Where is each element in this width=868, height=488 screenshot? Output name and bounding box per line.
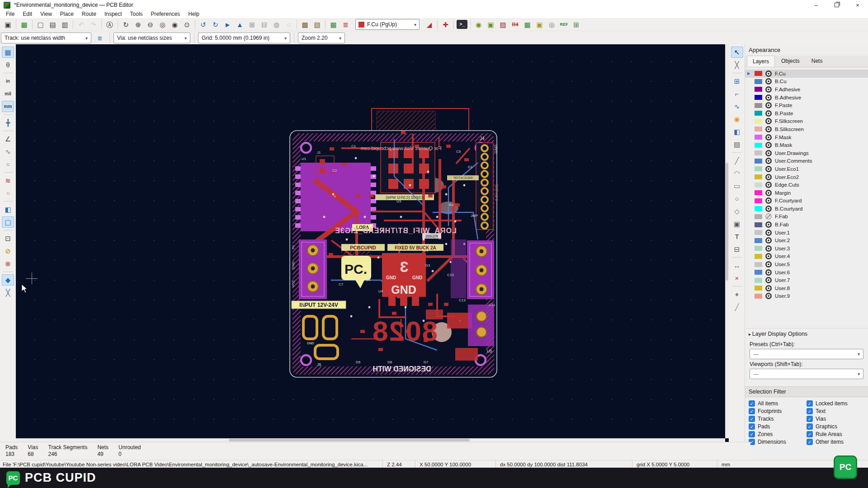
layer-color-swatch[interactable] xyxy=(755,71,762,76)
measure-tool[interactable]: ╱ xyxy=(731,301,743,313)
ungroup-button[interactable]: ⊟ xyxy=(258,19,270,30)
add-text-tool[interactable]: T xyxy=(731,231,743,242)
interactive-router-settings-button[interactable]: ✚ xyxy=(439,19,452,30)
menu-item[interactable]: Help xyxy=(184,11,203,17)
sketch-vias-toggle[interactable]: ⊗ xyxy=(2,258,14,269)
route-tracks-tool[interactable]: ⌐ xyxy=(731,88,743,99)
layer-visibility-eye-icon[interactable] xyxy=(765,293,772,299)
layer-color-swatch[interactable] xyxy=(755,214,762,219)
layer-visibility-eye-icon[interactable] xyxy=(765,213,772,220)
grid-selector[interactable]: Grid: 5.0000 mm (0.1969 in) ▾ xyxy=(198,33,290,43)
layer-color-swatch[interactable] xyxy=(755,278,762,283)
close-button[interactable]: × xyxy=(847,0,868,10)
layer-row[interactable]: B.Adhesive xyxy=(745,94,868,102)
add-zone-tool[interactable]: ◧ xyxy=(731,126,743,137)
references-toggle[interactable]: REF xyxy=(558,19,570,30)
layer-color-swatch[interactable] xyxy=(755,183,762,188)
checkbox-checked-icon[interactable]: ✓ xyxy=(749,408,755,414)
grid-toggle[interactable]: ▦ xyxy=(2,47,14,58)
menu-item[interactable]: Tools xyxy=(126,11,147,17)
scripting-console-button[interactable]: >_ xyxy=(457,20,467,29)
plot-button[interactable]: ▥ xyxy=(59,19,71,30)
layer-color-swatch[interactable] xyxy=(755,79,762,84)
add-rule-area-tool[interactable]: ▨ xyxy=(731,139,743,150)
draw-arc-tool[interactable]: ◠ xyxy=(731,168,743,179)
layer-row[interactable]: User.7 xyxy=(745,276,868,284)
rotate-ccw-button[interactable]: ↺ xyxy=(197,19,209,30)
layer-color-swatch[interactable] xyxy=(755,119,762,124)
layer-row[interactable]: F.Silkscreen xyxy=(745,117,868,126)
layer-color-swatch[interactable] xyxy=(755,286,762,291)
ratsnest-curved-toggle[interactable]: ∿ xyxy=(2,146,14,157)
layer-row[interactable]: User.5 xyxy=(745,260,868,268)
layer-row[interactable]: B.Mask xyxy=(745,141,868,149)
checkbox-checked-icon[interactable]: ✓ xyxy=(807,439,813,445)
units-mm-toggle[interactable]: mm xyxy=(2,101,14,112)
layer-visibility-eye-icon[interactable] xyxy=(765,78,772,84)
find-button[interactable]: Ⓐ xyxy=(104,19,116,30)
layer-visibility-eye-icon[interactable] xyxy=(765,253,772,259)
layer-row[interactable]: F.Paste xyxy=(745,101,868,109)
selection-filter-item[interactable]: ✓ Pads xyxy=(749,423,807,430)
track-display-toggle[interactable]: ▨ xyxy=(497,19,509,30)
checkbox-checked-icon[interactable]: ✓ xyxy=(807,416,813,422)
layer-visibility-eye-icon[interactable] xyxy=(765,182,772,188)
appearance-tab[interactable]: Objects xyxy=(776,56,805,67)
appearance-tab[interactable]: Nets xyxy=(806,56,828,67)
restore-button[interactable] xyxy=(826,0,847,10)
layer-color-swatch[interactable] xyxy=(755,87,762,92)
layer-row[interactable]: F.Mask xyxy=(745,133,868,141)
layer-visibility-eye-icon[interactable] xyxy=(765,277,772,283)
layer-display-options[interactable]: Layer Display Options xyxy=(745,328,868,339)
delete-tool[interactable]: × xyxy=(731,272,743,284)
layer-color-swatch[interactable] xyxy=(755,254,762,259)
page-settings-button[interactable]: ▢ xyxy=(34,19,47,30)
layer-color-swatch[interactable] xyxy=(755,262,762,267)
print-button[interactable]: ▤ xyxy=(47,19,59,30)
layer-color-swatch[interactable] xyxy=(755,206,762,211)
active-layer-selector[interactable]: F.Cu (PgUp) ▾ xyxy=(355,19,420,30)
canvas-horizontal-scrollbar[interactable] xyxy=(16,438,725,442)
layer-color-swatch[interactable] xyxy=(755,135,762,140)
draw-line-tool[interactable]: ╱ xyxy=(731,155,743,166)
sketch-zones-toggle[interactable]: ⊘ xyxy=(2,245,14,257)
minimize-button[interactable]: – xyxy=(806,0,826,10)
layer-row[interactable]: User.Drawings xyxy=(745,149,868,157)
layer-visibility-eye-icon[interactable] xyxy=(765,94,772,101)
pcb-canvas[interactable]: + J4 xyxy=(16,44,729,442)
via-display-toggle[interactable]: ◉ xyxy=(472,19,485,30)
checkbox-checked-icon[interactable]: ✓ xyxy=(807,408,813,414)
layer-visibility-eye-icon[interactable] xyxy=(765,142,772,148)
checkbox-checked-icon[interactable]: ✓ xyxy=(749,423,755,430)
add-textbox-tool[interactable]: ⊟ xyxy=(731,244,743,255)
origin-tool[interactable]: ⌖ xyxy=(731,289,743,300)
zoom-selector[interactable]: Zoom 2.20 ▾ xyxy=(298,33,345,43)
board-setup-button[interactable]: ▦ xyxy=(18,19,30,30)
draw-rectangle-tool[interactable]: ▭ xyxy=(731,180,743,192)
layer-visibility-eye-icon[interactable] xyxy=(765,245,772,252)
hide-values-toggle[interactable]: R4 xyxy=(509,19,521,30)
layer-color-swatch[interactable] xyxy=(755,95,762,100)
add-image-tool[interactable]: ▣ xyxy=(731,218,743,230)
pcb-board[interactable]: + J4 xyxy=(288,104,500,382)
viewports-select[interactable]: --- ▾ xyxy=(750,369,863,379)
layer-color-swatch[interactable] xyxy=(755,159,762,164)
layer-row[interactable]: F.Fab xyxy=(745,213,868,221)
checkbox-checked-icon[interactable]: ✓ xyxy=(749,416,755,422)
layer-visibility-eye-icon[interactable] xyxy=(765,70,772,77)
layer-color-swatch[interactable] xyxy=(755,150,762,155)
menu-item[interactable]: Preferences xyxy=(147,11,184,17)
layer-row[interactable]: User.3 xyxy=(745,244,868,253)
layer-row[interactable]: Margin xyxy=(745,189,868,197)
add-via-tool[interactable]: ◉ xyxy=(731,113,743,125)
selection-filter-item[interactable]: ✓ Text xyxy=(807,408,864,414)
local-ratsnest-tool[interactable]: ╳ xyxy=(731,59,743,70)
footprint-display-toggle[interactable]: ▣ xyxy=(485,19,497,30)
checkbox-checked-icon[interactable]: ✓ xyxy=(807,400,813,407)
selection-filter-item[interactable]: ✓ Dimensions xyxy=(749,439,807,445)
zoom-fit-button[interactable]: ◎ xyxy=(156,19,169,30)
zone-fill-toggle[interactable]: ◧ xyxy=(2,204,14,215)
layer-row[interactable]: B.Courtyard xyxy=(745,205,868,213)
layer-row[interactable]: B.Paste xyxy=(745,109,868,117)
zoom-in-button[interactable]: ⊕ xyxy=(132,19,144,30)
